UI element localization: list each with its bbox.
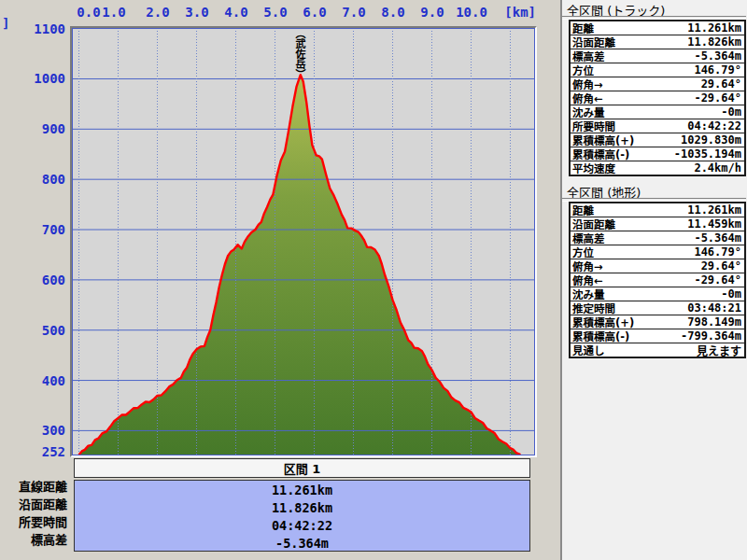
stat-row: 沿面距離11.459km: [571, 217, 744, 231]
stat-value: 04:42:22: [687, 119, 741, 133]
stat-value: 798.149m: [687, 315, 741, 329]
stat-row: 距離11.261km: [571, 21, 744, 35]
y-tick-label: 800: [0, 172, 65, 187]
segment-row-label: 沿面距離: [0, 496, 67, 513]
chart-frame: （武佐岳）: [70, 26, 537, 457]
stat-label: 方位: [572, 63, 594, 77]
stat-label: 方位: [572, 245, 594, 259]
stat-label: 俯角←: [572, 273, 603, 287]
y-tick-label: 1000: [0, 71, 65, 86]
stat-label: 累積標高(+): [572, 133, 634, 147]
stat-row: 累積標高(+)1029.830m: [571, 133, 744, 147]
x-tick-label: 8.0: [381, 5, 404, 20]
elevation-profile-window: ] [km] 0.01.02.03.04.05.06.07.08.09.010.…: [0, 0, 747, 560]
stat-row: 標高差-5.364m: [571, 49, 744, 63]
y-tick-label: 1100: [0, 21, 65, 36]
stat-label: 推定時間: [572, 301, 615, 315]
stat-value: 29.64°: [701, 77, 741, 91]
elevation-plot-area[interactable]: （武佐岳）: [72, 28, 535, 455]
segment-row-label: 標高差: [0, 531, 67, 549]
x-tick-label: 9.0: [420, 5, 444, 20]
segment-value: 04:42:22: [75, 517, 529, 535]
stat-row: 方位146.79°: [571, 63, 744, 77]
stat-value: -0m: [721, 287, 741, 301]
stat-row: 俯角←-29.64°: [571, 273, 744, 287]
x-tick-label: 7.0: [342, 5, 365, 20]
segment-header-label: 区間 1: [284, 459, 321, 477]
x-tick-label: 6.0: [303, 5, 326, 20]
x-tick-label: 0.0: [77, 5, 100, 20]
x-axis-unit-label: [km]: [504, 5, 536, 20]
stat-label: 俯角←: [572, 91, 603, 105]
stat-label: 沿面距離: [572, 35, 615, 49]
stat-label: 距離: [572, 21, 594, 35]
x-tick-label: 5.0: [263, 5, 287, 20]
stat-label: 平均速度: [572, 161, 615, 175]
stat-value: 146.79°: [694, 63, 741, 77]
stat-value: -799.364m: [681, 329, 741, 343]
stat-value: 11.826km: [687, 35, 741, 49]
stat-label: 沿面距離: [572, 217, 615, 231]
track-statistics-panel: 全区間 (トラック)距離11.261km沿面距離11.826km標高差-5.36…: [560, 0, 747, 560]
stat-row: 俯角→29.64°: [571, 259, 744, 273]
y-tick-label: 900: [0, 121, 65, 136]
stat-label: 所要時間: [572, 119, 615, 133]
stat-value: 見えます: [697, 343, 741, 358]
peak-annotation-label: （武佐岳）: [293, 28, 305, 79]
stat-value: 146.79°: [694, 245, 741, 259]
stat-row: 標高差-5.364m: [571, 231, 744, 245]
segment-value: 11.826km: [75, 499, 529, 517]
segment-value: -5.364m: [75, 535, 529, 553]
stat-label: 累積標高(+): [572, 315, 634, 329]
segment-value-box: 11.261km11.826km04:42:22-5.364m: [74, 480, 530, 552]
stat-label: 標高差: [572, 49, 605, 63]
segment-header: 区間 1: [74, 458, 530, 478]
elevation-profile-chart: [72, 28, 535, 455]
stat-label: 俯角→: [572, 259, 603, 273]
stat-label: 沈み量: [572, 105, 605, 119]
y-tick-label: 500: [0, 323, 65, 338]
stat-row: 平均速度2.4km/h: [571, 161, 744, 175]
stat-row: 俯角←-29.64°: [571, 91, 744, 105]
x-tick-label: 2.0: [146, 5, 169, 20]
stat-row: 見通し見えます: [571, 343, 744, 357]
x-tick-label: 4.0: [224, 5, 247, 20]
elevation-area-fill: [79, 75, 521, 455]
stat-label: 累積標高(-): [572, 147, 629, 161]
x-tick-label: 10.0: [456, 5, 487, 20]
y-tick-label: 252: [0, 444, 65, 459]
stat-value: -5.364m: [694, 49, 741, 63]
stat-value: 11.261km: [687, 203, 741, 217]
stat-value: 1029.830m: [681, 133, 741, 147]
stat-row: 沈み量-0m: [571, 105, 744, 119]
stat-value: 29.64°: [701, 259, 741, 273]
segment-value: 11.261km: [75, 482, 529, 499]
y-tick-label: 400: [0, 373, 65, 388]
stat-label: 見通し: [572, 343, 605, 357]
stat-value: -5.364m: [694, 231, 741, 245]
stat-row: 俯角→29.64°: [571, 77, 744, 91]
stat-value: -1035.194m: [674, 147, 741, 161]
stat-label: 俯角→: [572, 77, 603, 91]
stat-value: 03:48:21: [687, 301, 741, 315]
stat-value: -29.64°: [694, 91, 741, 105]
y-tick-label: 300: [0, 423, 65, 438]
y-tick-label: 700: [0, 222, 65, 237]
stat-row: 所要時間04:42:22: [571, 119, 744, 133]
stat-value: -29.64°: [694, 273, 741, 287]
y-tick-label: 600: [0, 273, 65, 287]
stat-row: 方位146.79°: [571, 245, 744, 259]
stat-row: 距離11.261km: [571, 203, 744, 217]
stat-row: 推定時間03:48:21: [571, 301, 744, 315]
segment-row-label: 直線距離: [0, 478, 67, 496]
stat-table: 距離11.261km沿面距離11.826km標高差-5.364m方位146.79…: [569, 20, 746, 176]
stat-label: 沈み量: [572, 287, 605, 301]
stat-label: 標高差: [572, 231, 605, 245]
stat-value: 11.459km: [687, 217, 741, 231]
stat-label: 累積標高(-): [572, 329, 629, 343]
x-tick-label: 1.0: [102, 5, 125, 20]
stat-row: 累積標高(+)798.149m: [571, 315, 744, 329]
stat-value: -0m: [721, 105, 741, 119]
stat-row: 沿面距離11.826km: [571, 35, 744, 49]
stat-table: 距離11.261km沿面距離11.459km標高差-5.364m方位146.79…: [569, 202, 746, 358]
